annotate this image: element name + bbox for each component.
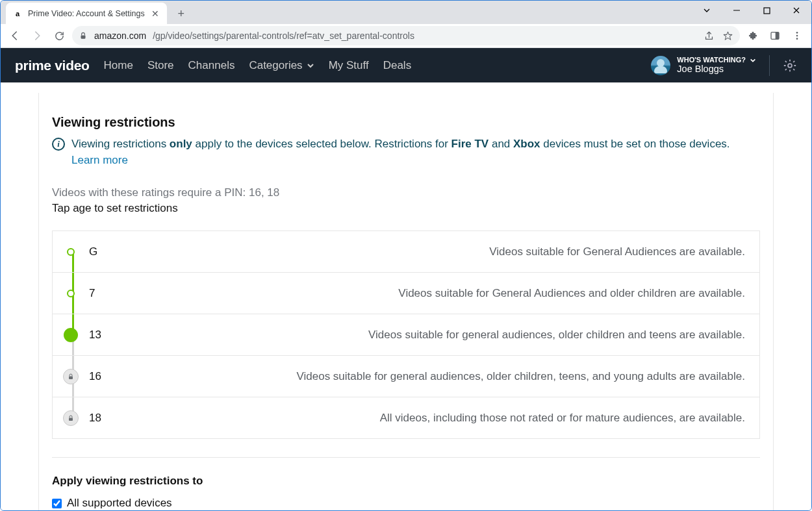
svg-rect-2 — [81, 35, 86, 38]
age-restriction-ladder: G Videos suitable for General Audiences … — [52, 231, 760, 439]
share-icon[interactable] — [704, 31, 715, 42]
minimize-button[interactable] — [722, 1, 752, 20]
extensions-icon[interactable] — [744, 27, 762, 45]
open-circle-icon — [67, 248, 75, 256]
info-banner: i Viewing restrictions only apply to the… — [52, 136, 760, 168]
info-icon: i — [52, 138, 65, 151]
active-circle-icon — [64, 328, 78, 342]
chevron-down-icon — [307, 62, 314, 69]
tab-title: Prime Video: Account & Settings — [28, 9, 145, 18]
learn-more-link[interactable]: Learn more — [71, 154, 128, 166]
lock-icon — [63, 410, 79, 426]
age-rung-16[interactable]: 16 Videos suitable for general audiences… — [53, 356, 759, 397]
settings-card: Viewing restrictions i Viewing restricti… — [38, 93, 774, 510]
amazon-favicon — [12, 8, 23, 19]
age-rung-18[interactable]: 18 All videos, including those not rated… — [53, 397, 759, 439]
svg-rect-9 — [69, 376, 73, 379]
nav-mystuff[interactable]: My Stuff — [329, 59, 369, 72]
checkbox-all-devices[interactable] — [52, 499, 62, 508]
new-tab-button[interactable]: + — [172, 5, 190, 23]
pin-ratings-hint: Videos with these ratings require a PIN:… — [52, 186, 760, 199]
section-title: Viewing restrictions — [52, 115, 760, 130]
whos-watching-label: WHO'S WATCHING? — [677, 56, 746, 64]
forward-button[interactable] — [28, 27, 46, 45]
device-checkbox-all[interactable]: All supported devices — [52, 497, 760, 510]
profile-switcher[interactable]: WHO'S WATCHING? Joe Bloggs — [651, 56, 756, 75]
url-path: /gp/video/settings/parental-controls/ref… — [153, 31, 414, 41]
apply-heading: Apply viewing restrictions to — [52, 475, 760, 488]
primevideo-navbar: prime video Home Store Channels Categori… — [1, 48, 811, 82]
settings-gear-icon[interactable] — [783, 58, 797, 73]
svg-point-7 — [796, 38, 798, 40]
close-tab-icon[interactable]: ✕ — [150, 8, 160, 19]
address-bar[interactable]: amazon.com/gp/video/settings/parental-co… — [72, 26, 740, 45]
browser-toolbar: amazon.com/gp/video/settings/parental-co… — [1, 24, 811, 48]
browser-tab[interactable]: Prime Video: Account & Settings ✕ — [6, 3, 167, 24]
nav-channels[interactable]: Channels — [188, 59, 235, 72]
chevron-down-icon — [750, 57, 756, 64]
close-window-button[interactable] — [781, 1, 811, 20]
reload-button[interactable] — [50, 27, 68, 45]
back-button[interactable] — [6, 27, 24, 45]
age-rung-G[interactable]: G Videos suitable for General Audiences … — [53, 231, 759, 273]
primevideo-logo[interactable]: prime video — [15, 58, 90, 73]
nav-categories[interactable]: Categories — [249, 59, 314, 72]
window-controls — [692, 1, 811, 24]
age-rung-13[interactable]: 13 Videos suitable for general audiences… — [53, 314, 759, 356]
profile-name: Joe Bloggs — [677, 64, 756, 75]
tab-strip: Prime Video: Account & Settings ✕ + — [1, 1, 811, 24]
browser-window: Prime Video: Account & Settings ✕ + amaz… — [0, 0, 812, 511]
svg-point-6 — [796, 35, 798, 37]
chevron-down-icon[interactable] — [692, 1, 722, 20]
svg-point-5 — [796, 32, 798, 34]
svg-point-8 — [788, 64, 792, 68]
bookmark-star-icon[interactable] — [722, 31, 733, 42]
lock-icon — [79, 31, 88, 40]
svg-rect-1 — [764, 8, 770, 14]
side-panel-icon[interactable] — [766, 27, 784, 45]
age-rung-7[interactable]: 7 Videos suitable for General Audiences … — [53, 273, 759, 314]
nav-store[interactable]: Store — [147, 59, 174, 72]
svg-rect-4 — [776, 32, 779, 40]
maximize-button[interactable] — [752, 1, 781, 20]
lock-icon — [63, 369, 79, 384]
url-host: amazon.com — [94, 31, 146, 41]
nav-home[interactable]: Home — [104, 59, 133, 72]
avatar-icon — [651, 56, 670, 75]
tap-age-hint: Tap age to set restrictions — [52, 202, 760, 215]
svg-rect-10 — [69, 418, 73, 421]
nav-deals[interactable]: Deals — [383, 59, 411, 72]
menu-icon[interactable] — [788, 27, 806, 45]
open-circle-icon — [67, 290, 75, 297]
